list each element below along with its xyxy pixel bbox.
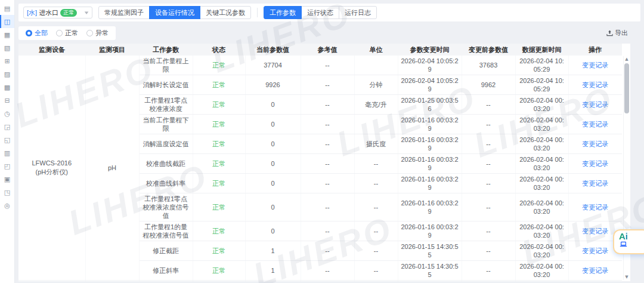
unit-cell: -- xyxy=(354,174,398,193)
prev-value-cell: -- xyxy=(462,241,515,261)
updated-time-cell: 2026-02-04 00:03:20 xyxy=(515,261,568,281)
tab-run-logs[interactable]: 运行日志 xyxy=(339,6,377,19)
action-cell: 变更记录 xyxy=(568,193,622,222)
updated-time-cell: 2026-02-04 10:05:29 xyxy=(515,75,568,95)
action-cell: 变更记录 xyxy=(568,174,622,193)
data-icon: ⊞ xyxy=(4,57,10,65)
radio-label: 异常 xyxy=(95,29,109,38)
sidebar-item-log[interactable]: ⊟ xyxy=(0,94,14,107)
change-record-link[interactable]: 变更记录 xyxy=(582,121,608,128)
changed-time-cell: 2026-01-16 00:03:29 xyxy=(398,193,462,222)
radio-abnormal[interactable]: 异常 xyxy=(86,29,109,38)
tab-regular-factors[interactable]: 常规监测因子 xyxy=(98,6,150,19)
export-button[interactable]: 导出 xyxy=(606,29,628,38)
ref-value-cell: -- xyxy=(301,134,354,154)
prev-value-cell: 9962 xyxy=(462,75,515,95)
current-value-cell: 0 xyxy=(245,154,301,174)
status-cell: 正常 xyxy=(193,222,245,241)
action-cell: 变更记录 xyxy=(568,95,622,115)
updated-time-cell: 2026-02-04 00:03:20 xyxy=(515,95,568,115)
station-select[interactable]: [水]进水口 正常 ▼ xyxy=(23,7,92,19)
sidebar-item-config[interactable]: ◱ xyxy=(0,133,14,146)
sidebar-item-dashboard[interactable]: ◫ xyxy=(0,15,14,28)
action-cell: 变更记录 xyxy=(568,75,622,95)
sidebar-item-monitor[interactable]: ▦ xyxy=(0,28,14,41)
current-value-cell: 1 xyxy=(245,241,301,261)
archive-icon: ◰ xyxy=(4,162,10,170)
param-cell: 工作量程1零点校准液浓度 xyxy=(139,281,193,282)
sidebar-item-data[interactable]: ⊞ xyxy=(0,54,14,67)
tab-run-status[interactable]: 运行状态 xyxy=(301,6,339,19)
config-icon: ◱ xyxy=(4,136,10,144)
tab-key-conditions[interactable]: 关键工况参数 xyxy=(200,6,251,19)
unit-cell: -- xyxy=(354,154,398,174)
change-record-link[interactable]: 变更记录 xyxy=(582,204,608,211)
sidebar-item-home[interactable]: ▤ xyxy=(0,2,14,15)
report-icon: ▧ xyxy=(4,44,10,52)
ref-value-cell: -- xyxy=(301,261,354,281)
monitor-icon: ▦ xyxy=(4,31,10,39)
change-record-link[interactable]: 变更记录 xyxy=(582,81,608,88)
user-icon: ▥ xyxy=(4,149,10,157)
current-value-cell: 1 xyxy=(245,261,301,281)
ref-value-cell: -- xyxy=(301,241,354,261)
change-record-link[interactable]: 变更记录 xyxy=(582,227,608,235)
changed-time-cell: 2026-01-16 00:03:29 xyxy=(398,115,462,134)
scroll-up-arrow[interactable]: ▲ xyxy=(625,56,628,62)
change-record-link[interactable]: 变更记录 xyxy=(582,101,608,108)
scroll-down-arrow[interactable]: ▼ xyxy=(625,274,628,280)
change-record-link[interactable]: 变更记录 xyxy=(582,247,608,254)
sidebar-item-message[interactable]: ◳ xyxy=(0,186,14,199)
station-status-badge: 正常 xyxy=(60,9,77,17)
param-cell: 工作量程1零点校准液浓度信号值 xyxy=(139,193,193,222)
action-cell: 变更记录 xyxy=(568,56,622,75)
scrollbar-thumb[interactable] xyxy=(624,63,629,113)
sidebar-item-report[interactable]: ▧ xyxy=(0,41,14,54)
settings-icon: ◎ xyxy=(4,202,10,210)
prev-value-cell: 400 xyxy=(462,281,515,282)
sidebar-item-chart[interactable]: ◲ xyxy=(0,120,14,133)
radio-all[interactable]: 全部 xyxy=(26,29,48,38)
updated-time-cell: 2026-02-04 10:05:29 xyxy=(515,56,568,75)
prev-value-cell: -- xyxy=(462,154,515,174)
ref-value-cell: -- xyxy=(301,174,354,193)
change-record-link[interactable]: 变更记录 xyxy=(582,180,608,187)
sidebar-item-user[interactable]: ▥ xyxy=(0,146,14,159)
current-value-cell: 37704 xyxy=(245,56,301,75)
change-record-link[interactable]: 变更记录 xyxy=(582,160,608,167)
tab-work-params[interactable]: 工作参数 xyxy=(264,6,302,19)
action-cell: 变更记录 xyxy=(568,261,622,281)
column-header-0: 监测设备 xyxy=(18,44,85,56)
current-value-cell: 0 xyxy=(245,174,301,193)
change-record-link[interactable]: 变更记录 xyxy=(582,61,608,69)
changed-time-cell: 2026-02-04 10:05:29 xyxy=(398,56,462,75)
status-cell: 正常 xyxy=(193,134,245,154)
sidebar-item-device[interactable]: ▨ xyxy=(0,67,14,81)
ref-value-cell: -- xyxy=(301,115,354,134)
radio-dot xyxy=(26,30,32,36)
change-record-link[interactable]: 变更记录 xyxy=(582,140,608,147)
tab-device-status[interactable]: 设备运行情况 xyxy=(149,6,200,19)
column-header-1: 监测项目 xyxy=(85,44,139,56)
changed-time-cell: 2026-01-16 00:03:29 xyxy=(398,222,462,241)
sidebar-item-archive[interactable]: ◰ xyxy=(0,159,14,173)
status-cell: 正常 xyxy=(193,95,245,115)
prev-value-cell: -- xyxy=(462,174,515,193)
changed-time-cell: 2026-01-25 00:03:56 xyxy=(398,95,462,115)
status-cell: 正常 xyxy=(193,115,245,134)
ai-label: Ai xyxy=(619,231,644,241)
updated-time-cell: 2026-02-04 00:03:20 xyxy=(515,134,568,154)
sidebar-item-settings[interactable]: ◎ xyxy=(0,199,14,212)
clock-icon: ◷ xyxy=(4,110,10,118)
change-record-link[interactable]: 变更记录 xyxy=(582,267,608,274)
param-cell: 消解温度设定值 xyxy=(139,134,193,154)
sidebar-item-task[interactable]: ▣ xyxy=(0,173,14,186)
radio-normal[interactable]: 正常 xyxy=(56,29,78,38)
tab-group-secondary: 工作参数运行状态运行日志 xyxy=(264,6,377,19)
ref-value-cell: -- xyxy=(301,75,354,95)
ai-assistant-button[interactable]: Ai xyxy=(613,229,644,254)
sidebar-item-clock[interactable]: ◷ xyxy=(0,107,14,120)
project-cell: pH xyxy=(85,56,139,281)
sidebar-item-alarm[interactable]: ▩ xyxy=(0,81,14,94)
sidebar: ▤◫▦▧⊞▨▩⊟◷◲◱▥◰▣◳◎ xyxy=(0,0,15,283)
